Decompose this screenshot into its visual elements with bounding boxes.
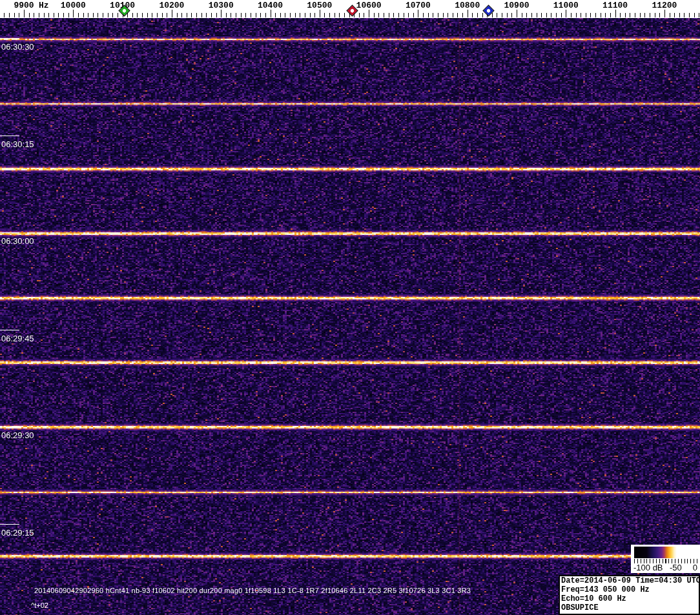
red-diamond-center-dot (351, 9, 355, 13)
db-gradient-bar (634, 547, 697, 558)
freq-tick-label: 11100 (602, 1, 628, 10)
time-tick-label: 06:30:30 (1, 42, 34, 52)
info-frequency: Freq=143 050 000 Hz (561, 585, 697, 594)
time-tick-label: 06:29:45 (1, 334, 34, 343)
db-label-max: 0 (693, 563, 697, 572)
green-diamond-center-dot (123, 9, 127, 13)
freq-tick-label: 10400 (258, 1, 283, 10)
time-tick-label: 06:29:15 (1, 528, 34, 538)
db-legend-labels: -100 dB -50 0 (631, 563, 700, 572)
info-echo: Echo=10 600 Hz (561, 594, 697, 603)
freq-tick-label: 9900 (14, 1, 34, 10)
observation-info-box: Date=2014-06-09 Time=04:30 UTC Freq=143 … (559, 575, 700, 615)
db-legend: -100 dB -50 0 (631, 545, 700, 573)
db-label-mid: -50 (670, 563, 682, 572)
freq-tick-label: 11200 (652, 1, 677, 10)
freq-tick-label: 10500 (307, 1, 332, 10)
freq-tick-label: 10300 (209, 1, 234, 10)
freq-tick-label: 10200 (159, 1, 184, 10)
time-tick-label: 06:30:15 (1, 139, 34, 149)
freq-tick-label: 10700 (406, 1, 431, 10)
freq-unit-label: Hz (39, 1, 49, 10)
freq-tick-label: 11000 (553, 1, 579, 10)
db-label-min: -100 dB (633, 563, 663, 572)
waterfall-canvas (0, 0, 700, 615)
time-tick-label: 06:30:00 (1, 236, 34, 246)
blue-diamond-center-dot (487, 9, 491, 13)
freq-tick-label: 10900 (504, 1, 529, 10)
info-station: OBSUPICE (561, 603, 697, 612)
info-date-time: Date=2014-06-09 Time=04:30 UTC (561, 576, 697, 585)
footer-marker: ^t+02 (31, 601, 48, 609)
status-line: 20140609042902960 hCnt41 nb-93 f10602 hi… (34, 587, 471, 594)
freq-tick-label: 10800 (455, 1, 480, 10)
time-tick-label: 06:29:30 (1, 430, 34, 440)
freq-tick-label: 10600 (356, 1, 382, 10)
freq-tick-label: 10000 (61, 1, 86, 10)
spectrogram-window: 9900100001010010200103001040010500106001… (0, 0, 700, 615)
